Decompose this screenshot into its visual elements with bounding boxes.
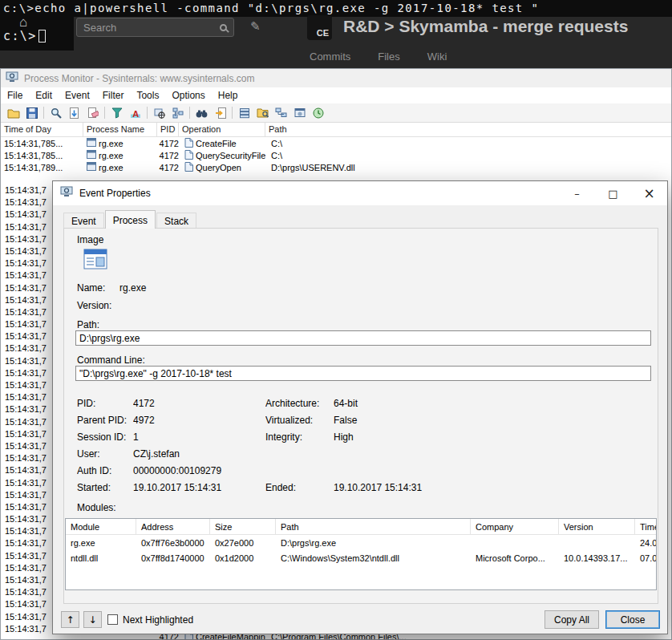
command-line-field[interactable]: "D:\prgs\rg.exe" -g 2017-10-18* test: [75, 366, 651, 381]
clipped-row-time[interactable]: 15:14:31,7: [5, 221, 51, 233]
close-icon[interactable]: ×: [631, 181, 667, 205]
modules-col-module[interactable]: Module: [66, 519, 136, 534]
menu-help[interactable]: Help: [212, 90, 245, 101]
event-row[interactable]: 15:14:31,785... rg.exe 4172 QuerySecurit…: [1, 149, 671, 161]
modules-col-version[interactable]: Version: [559, 519, 635, 534]
column-pid[interactable]: PID: [157, 123, 179, 136]
clipped-row-time[interactable]: 15:14:31,7: [5, 355, 51, 367]
dialog-titlebar[interactable]: Event Properties – □ ×: [53, 181, 667, 205]
menu-file[interactable]: File: [1, 90, 29, 101]
module-row[interactable]: ntdll.dll0x7ff8d17400000x1d2000C:\Window…: [66, 550, 656, 565]
tab-process[interactable]: Process: [105, 210, 156, 229]
clipped-row-time[interactable]: 15:14:31,7: [5, 525, 51, 537]
clipped-row-time[interactable]: 15:14:31,7: [5, 391, 51, 403]
tab-event[interactable]: Event: [63, 213, 104, 229]
clipped-row-time[interactable]: 15:14:31,7: [5, 257, 51, 269]
network-class-icon[interactable]: [272, 105, 290, 121]
column-path[interactable]: Path: [265, 123, 671, 136]
process-class-icon[interactable]: [290, 105, 309, 121]
tab-stack[interactable]: Stack: [156, 213, 196, 229]
clipped-row-time[interactable]: 15:14:31,7: [5, 403, 51, 415]
modules-col-size[interactable]: Size: [210, 519, 276, 534]
edit-icon[interactable]: ✎: [250, 19, 261, 34]
clipped-row-time[interactable]: 15:14:31,7: [5, 501, 51, 513]
close-button[interactable]: Close: [605, 610, 660, 629]
menu-event[interactable]: Event: [59, 90, 96, 101]
include-process-icon[interactable]: [150, 105, 168, 121]
row-pid: 4172: [157, 151, 179, 160]
browser-tab-commits[interactable]: Commits: [310, 51, 350, 63]
clipped-row-time[interactable]: 15:14:31,7: [5, 464, 51, 476]
browser-tab-wiki[interactable]: Wiki: [427, 51, 447, 63]
filter-icon[interactable]: [107, 105, 126, 121]
capture-icon[interactable]: [47, 105, 65, 121]
save-icon[interactable]: [22, 105, 41, 121]
search-input[interactable]: Search: [76, 18, 234, 37]
procmon-titlebar[interactable]: Process Monitor - Sysinternals: www.sysi…: [1, 69, 671, 87]
clipped-row-time[interactable]: 15:14:31,7: [5, 282, 51, 294]
autoscroll-icon[interactable]: [65, 105, 83, 121]
find-icon[interactable]: [192, 105, 211, 121]
clipped-row-time[interactable]: 15:14:31,7: [5, 330, 51, 342]
copy-all-button[interactable]: Copy All: [544, 610, 599, 629]
clipped-row-time[interactable]: 15:14:31,7: [5, 196, 51, 209]
path-field[interactable]: D:\prgs\rg.exe: [75, 330, 651, 346]
open-file-icon[interactable]: [4, 105, 22, 121]
minimize-button[interactable]: –: [559, 181, 595, 205]
module-cell: Microsoft Corpo...: [471, 553, 559, 563]
event-row[interactable]: 15:14:31,785... rg.exe 4172 CreateFile C…: [1, 137, 671, 149]
process-tree-icon[interactable]: [168, 105, 187, 121]
clipped-row-time[interactable]: 15:14:31,7: [5, 586, 51, 598]
clipped-row-time[interactable]: 15:14:31,7: [5, 379, 51, 391]
clipped-row-time[interactable]: 15:14:31,7: [5, 367, 51, 379]
next-event-button[interactable]: ↓: [83, 611, 102, 628]
clipped-row-time[interactable]: 15:14:31,7: [5, 245, 51, 257]
clipped-row-time[interactable]: 15:14:31,7: [5, 440, 51, 452]
maximize-button[interactable]: □: [595, 181, 631, 205]
modules-col-time[interactable]: Time: [635, 519, 657, 534]
clipped-row-time[interactable]: 15:14:31,7: [5, 452, 51, 464]
column-process-name[interactable]: Process Name: [83, 123, 157, 136]
modules-col-address[interactable]: Address: [136, 519, 210, 534]
modules-col-path[interactable]: Path: [276, 519, 471, 534]
clipped-row-time[interactable]: 15:14:31,7: [5, 537, 51, 549]
clipped-row-time[interactable]: 15:14:31,7: [5, 294, 51, 306]
clipped-row-time[interactable]: 15:14:31,7: [5, 489, 51, 501]
clipped-row-time[interactable]: 15:14:31,7: [5, 416, 51, 428]
previous-event-button[interactable]: ↑: [61, 611, 79, 628]
browser-tab-files[interactable]: Files: [378, 51, 399, 63]
clipped-row-time[interactable]: 15:14:31,7: [5, 598, 51, 610]
clipped-row-time[interactable]: 15:14:31,7: [5, 269, 51, 282]
clipped-row-time[interactable]: 15:14:31,7: [5, 477, 51, 489]
event-row[interactable]: 15:14:31,789... rg.exe 4172 QueryOpen D:…: [1, 161, 671, 173]
jump-to-icon[interactable]: [211, 105, 229, 121]
menu-edit[interactable]: Edit: [29, 90, 59, 101]
filesystem-class-icon[interactable]: [253, 105, 272, 121]
highlight-icon[interactable]: A: [126, 105, 144, 121]
clipped-row-time[interactable]: 15:14:31,7: [5, 513, 51, 525]
process-icon: [87, 150, 96, 160]
registry-class-icon[interactable]: [235, 105, 253, 121]
menu-tools[interactable]: Tools: [130, 90, 165, 101]
clipped-row-time[interactable]: 15:14:31,7: [5, 342, 51, 354]
clipped-row-time[interactable]: 15:14:31,7: [5, 574, 51, 586]
column-time-of-day[interactable]: Time of Day: [1, 123, 83, 136]
clipped-row-time[interactable]: 15:14:31,7: [5, 611, 51, 623]
clear-icon[interactable]: [83, 105, 102, 121]
clipped-row-time[interactable]: 15:14:31,7: [5, 306, 51, 318]
menu-options[interactable]: Options: [165, 90, 211, 101]
clipped-row-time[interactable]: 15:14:31,7: [5, 562, 51, 574]
clipped-row-time[interactable]: 15:14:31,7: [5, 233, 51, 245]
clipped-row-time[interactable]: 15:14:31,7: [5, 184, 51, 196]
modules-col-company[interactable]: Company: [471, 519, 559, 534]
clipped-row-time[interactable]: 15:14:31,7: [5, 550, 51, 562]
column-operation[interactable]: Operation: [179, 123, 265, 136]
clipped-row-time[interactable]: 15:14:31,7: [5, 209, 51, 221]
clipped-row-time[interactable]: 15:14:31,7: [5, 318, 51, 330]
terminal-cursor[interactable]: [38, 30, 46, 43]
clipped-row-time[interactable]: 15:14:31,7: [5, 428, 51, 440]
module-row[interactable]: rg.exe0x7ff76e3b00000x27e000D:\prgs\rg.e…: [66, 535, 656, 550]
menu-filter[interactable]: Filter: [96, 90, 131, 101]
profiling-class-icon[interactable]: [309, 105, 327, 121]
next-highlighted-checkbox[interactable]: [107, 614, 118, 625]
